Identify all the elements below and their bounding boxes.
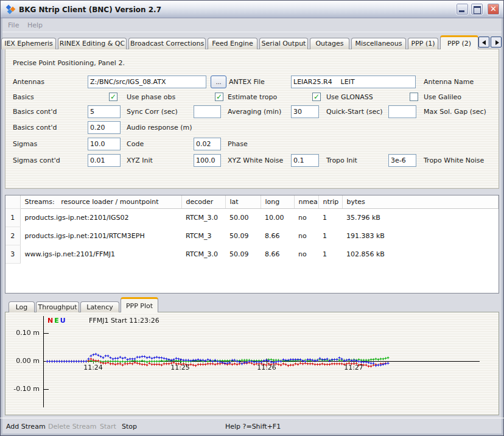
stream-bytes: 191.383 kB — [342, 227, 499, 245]
antennas-input[interactable] — [88, 76, 206, 88]
stream-lat: 50.00 — [225, 208, 261, 227]
panel-title: Precise Point Positioning, Panel 2. — [13, 59, 125, 67]
estimate-tropo-checkbox[interactable] — [215, 93, 223, 101]
sigma-code-input[interactable] — [88, 138, 121, 150]
start-button[interactable]: Start — [100, 423, 116, 431]
stream-long: 8.66 — [261, 245, 294, 263]
minimize-button[interactable] — [456, 3, 469, 15]
tab-throughput[interactable]: Throughput — [36, 301, 79, 312]
stream-ntrip: 1 — [318, 208, 342, 227]
tab-ppp-2[interactable]: PPP (2) — [440, 35, 478, 49]
col-bytes[interactable]: bytes — [342, 195, 499, 208]
legend-east: E — [54, 317, 59, 325]
stream-mountpoint: products.igs-ip.net:2101/RTCM3EPH — [20, 227, 181, 245]
xyz-init-input[interactable] — [88, 154, 121, 167]
xtick-1125: 11:25 — [167, 364, 194, 371]
app-icon — [6, 5, 16, 15]
add-stream-button[interactable]: Add Stream — [6, 423, 46, 431]
ytick-010: 0.10 m — [9, 329, 40, 337]
stream-ntrip: 1 — [318, 245, 342, 263]
statusbar-divider — [0, 418, 504, 418]
stream-bytes: 102.856 kB — [342, 245, 499, 263]
tab-log[interactable]: Log — [9, 301, 35, 312]
use-phase-obs-label: Use phase obs — [127, 93, 175, 101]
tab-feed-engine[interactable]: Feed Engine — [208, 38, 257, 49]
stream-row[interactable]: 1 products.igs-ip.net:2101/IGS02 RTCM_3.… — [5, 208, 499, 227]
tab-ppp-plot[interactable]: PPP Plot — [121, 297, 158, 312]
ppp-plot-panel: NEU FFMJ1 Start 11:23:26 0.10 m 0.00 m -… — [5, 312, 499, 415]
tab-serial-output[interactable]: Serial Output — [259, 38, 308, 49]
delete-stream-button[interactable]: Delete Stream — [48, 423, 96, 431]
use-phase-obs-checkbox[interactable] — [109, 93, 117, 101]
sync-corr-input[interactable] — [88, 105, 121, 118]
xyz-white-noise-input[interactable] — [194, 154, 221, 167]
antex-browse-button[interactable]: ... — [211, 76, 226, 88]
tropo-white-noise-input[interactable] — [388, 154, 416, 167]
averaging-label: Averaging (min) — [228, 108, 281, 116]
title-bar[interactable]: BKG Ntrip Client (BNC) Version 2.7 — [1, 1, 503, 18]
averaging-input[interactable] — [194, 105, 221, 118]
use-galileo-label: Use Galileo — [424, 93, 461, 101]
stream-row[interactable]: 3 www.igs-ip.net:2101/FFMJ1 RTCM_3.0 50.… — [5, 245, 499, 263]
basics-contd2-label: Basics cont'd — [13, 124, 57, 132]
menu-file[interactable]: File — [8, 21, 19, 29]
tab-outages[interactable]: Outages — [310, 38, 349, 49]
xyz-init-label: XYZ Init — [127, 156, 153, 164]
window-title: BKG Ntrip Client (BNC) Version 2.7 — [19, 5, 161, 14]
quick-start-input[interactable] — [291, 105, 319, 118]
stream-row[interactable]: 2 products.igs-ip.net:2101/RTCM3EPH RTCM… — [5, 227, 499, 245]
col-long[interactable]: long — [261, 195, 294, 208]
tab-latency[interactable]: Latency — [80, 301, 119, 312]
plot-legend: NEU — [47, 317, 67, 325]
stream-lat: 50.09 — [225, 245, 261, 263]
streams-table: Streams: resource loader / mountpoint de… — [5, 195, 499, 294]
col-ntrip[interactable]: ntrip — [318, 195, 342, 208]
use-glonass-label: Use GLONASS — [326, 93, 373, 101]
xtick-1124: 11:24 — [80, 364, 107, 371]
output-tab-bar: Log Throughput Latency PPP Plot — [5, 297, 499, 312]
stream-ntrip: 1 — [318, 227, 342, 245]
use-glonass-checkbox[interactable] — [312, 93, 321, 101]
max-sol-gap-input[interactable] — [388, 105, 416, 118]
sigmas-label: Sigmas — [13, 140, 37, 148]
stream-nmea: no — [294, 208, 318, 227]
tropo-init-input[interactable] — [291, 154, 319, 167]
estimate-tropo-label: Estimate tropo — [228, 93, 277, 101]
tab-ppp-1[interactable]: PPP (1) — [408, 38, 438, 49]
close-button[interactable]: ✕ — [487, 3, 500, 15]
antenna-name-label: Antenna Name — [424, 78, 474, 86]
tab-broadcast-corrections[interactable]: Broadcast Corrections — [128, 38, 206, 49]
tab-rinex-editing-qc[interactable]: RINEX Editing & QC — [58, 38, 127, 49]
menu-help[interactable]: Help — [27, 21, 43, 29]
col-nmea[interactable]: nmea — [294, 195, 318, 208]
antex-file-input[interactable] — [291, 76, 416, 88]
sigmas-contd-label: Sigmas cont'd — [13, 156, 60, 164]
maximize-button[interactable] — [471, 3, 483, 15]
menu-bar: File Help — [2, 18, 502, 32]
use-galileo-checkbox[interactable] — [410, 93, 418, 101]
tab-rinex-ephemeris[interactable]: IEX Ephemeris — [1, 38, 56, 49]
tab-miscellaneous[interactable]: Miscellaneous — [351, 38, 406, 49]
stop-button[interactable]: Stop — [122, 423, 137, 431]
col-lat[interactable]: lat — [225, 195, 261, 208]
tropo-init-label: Tropo Init — [326, 156, 357, 164]
stream-lat: 50.09 — [225, 227, 261, 245]
col-mountpoint[interactable]: Streams: resource loader / mountpoint — [20, 195, 181, 208]
stream-long: 10.00 — [261, 208, 294, 227]
xtick-1127: 11:27 — [340, 364, 367, 371]
xyz-white-noise-label: XYZ White Noise — [228, 156, 283, 164]
sigma-phase-input[interactable] — [194, 138, 221, 150]
audio-response-input[interactable] — [88, 121, 121, 134]
tropo-white-noise-label: Tropo White Noise — [424, 156, 484, 164]
legend-north: N — [47, 317, 53, 325]
ppp2-panel: Precise Point Positioning, Panel 2. Ante… — [5, 49, 499, 189]
col-decoder[interactable]: decoder — [181, 195, 225, 208]
stream-mountpoint: products.igs-ip.net:2101/IGS02 — [20, 208, 181, 227]
help-shortcut-label: Help ?=Shift+F1 — [225, 423, 281, 431]
streams-header-row: Streams: resource loader / mountpoint de… — [5, 195, 499, 208]
tab-scroll-right-button[interactable] — [491, 37, 502, 47]
row-number: 3 — [5, 245, 20, 263]
stream-nmea: no — [294, 227, 318, 245]
tab-scroll-left-button[interactable] — [478, 37, 489, 47]
xtick-1126: 11:26 — [253, 364, 280, 371]
